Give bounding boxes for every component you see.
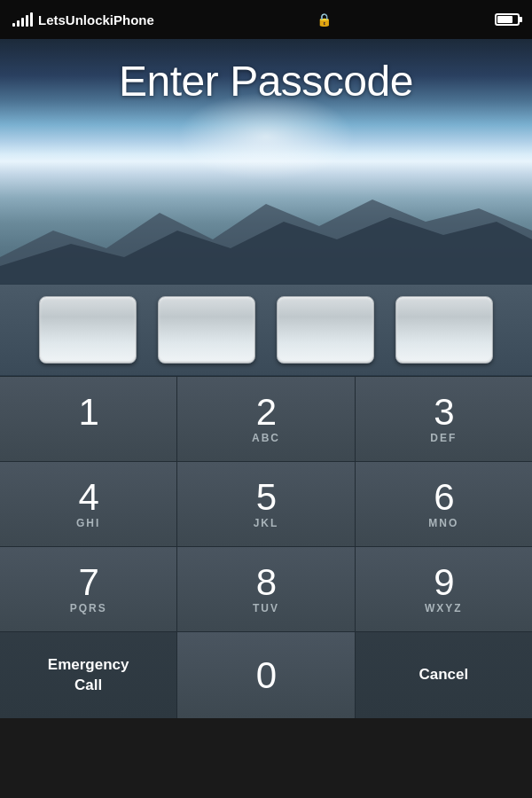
battery-icon [495,13,520,26]
key-0-label: 0 [256,657,276,694]
passcode-box-2 [158,296,255,364]
key-row-bottom: Emergency Call 0 Cancel [0,631,532,718]
cancel-label: Cancel [419,665,468,685]
key-3[interactable]: 3 DEF [356,377,532,461]
key-row-2: 4 GHI 5 JKL 6 MNO [0,461,532,546]
top-section: Enter Passcode [0,39,532,284]
passcode-input-area [0,284,532,376]
key-0[interactable]: 0 [177,632,355,718]
emergency-call-button[interactable]: Emergency Call [0,632,177,718]
passcode-title: Enter Passcode [0,57,532,106]
key-2[interactable]: 2 ABC [177,377,355,461]
key-9[interactable]: 9 WXYZ [356,547,532,631]
carrier-name: LetsUnlockiPhone [38,12,154,27]
keypad: 1 2 ABC 3 DEF 4 GHI 5 JKL 6 MNO 7 PQRS [0,376,532,718]
key-row-1: 1 2 ABC 3 DEF [0,376,532,461]
key-4[interactable]: 4 GHI [0,462,177,546]
key-7[interactable]: 7 PQRS [0,547,177,631]
key-8[interactable]: 8 TUV [177,547,355,631]
key-row-3: 7 PQRS 8 TUV 9 WXYZ [0,546,532,631]
lock-icon: 🔒 [317,12,332,27]
key-6[interactable]: 6 MNO [356,462,532,546]
status-left: LetsUnlockiPhone [12,12,154,27]
key-1[interactable]: 1 [0,377,177,461]
key-5[interactable]: 5 JKL [177,462,355,546]
passcode-box-1 [39,296,137,364]
emergency-call-label: Emergency Call [48,655,129,694]
signal-icon [12,12,33,27]
passcode-box-4 [395,296,493,364]
passcode-box-3 [277,296,374,364]
status-bar: LetsUnlockiPhone 🔒 [0,0,532,39]
sun-glow [177,92,355,181]
cancel-button[interactable]: Cancel [356,632,532,718]
mountain-silhouette [0,177,532,284]
